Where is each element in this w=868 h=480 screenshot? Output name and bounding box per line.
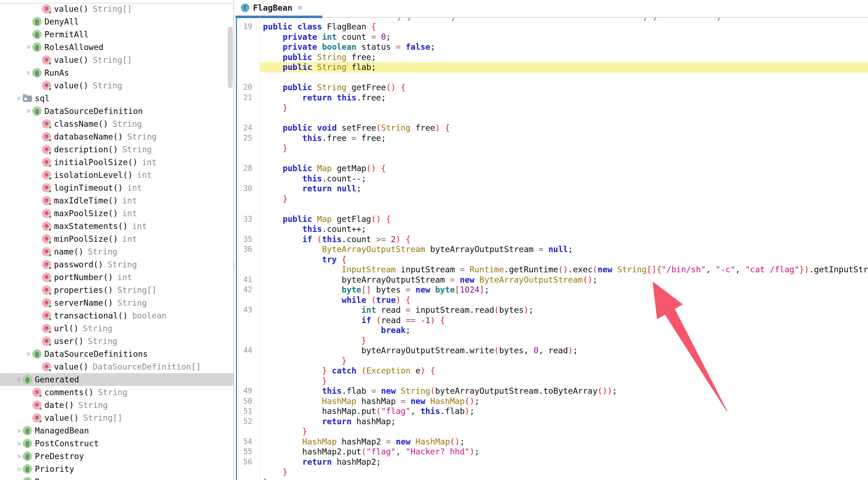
tree-item-initialpoolsize[interactable]: >initialPoolSize()int (0, 156, 233, 169)
tree-item-value[interactable]: >value()String[] (0, 411, 233, 424)
code-line[interactable]: } (260, 336, 868, 346)
tree-item-logintimeout[interactable]: >loginTimeout()int (0, 181, 233, 194)
code-line[interactable]: } (260, 103, 868, 113)
tree-item-type: String (112, 119, 142, 129)
code-line[interactable]: } (260, 194, 868, 204)
tree-item-value[interactable]: >value()String (0, 79, 233, 92)
chevron-right-icon[interactable]: > (16, 463, 23, 475)
tree-item-isolationlevel[interactable]: >isolationLevel()int (0, 169, 233, 181)
tree-item-maxstatements[interactable]: >maxStatements()int (0, 220, 233, 233)
code-line[interactable]: return null; (260, 184, 868, 194)
tree-item-url[interactable]: >url()String (0, 322, 233, 335)
tree-item-denyall[interactable]: >DenyAll (0, 15, 233, 28)
code-line[interactable]: } (260, 477, 868, 480)
code-line[interactable]: byte[] bytes = new byte[1024]; (260, 285, 868, 295)
tree-item-user[interactable]: >user()String (0, 335, 233, 348)
code-line[interactable]: } (260, 467, 868, 477)
tree-item-label: minPoolSize() (54, 234, 118, 244)
code-line[interactable]: public Map getFlag() { (260, 214, 868, 224)
tree-item-managedbean[interactable]: >ManagedBean (0, 424, 233, 437)
code-line[interactable] (260, 72, 868, 83)
code-line[interactable]: } (260, 426, 868, 437)
tree-item-permitall[interactable]: >PermitAll (0, 28, 233, 41)
tree-item-transactional[interactable]: >transactional()boolean (0, 309, 233, 322)
tree-item-priority[interactable]: >Priority (0, 463, 233, 475)
tree-item-properties[interactable]: >properties()String[] (0, 284, 233, 296)
code-line[interactable]: private boolean status = false; (260, 42, 868, 52)
code-line[interactable]: this.count--; (260, 174, 868, 184)
code-line[interactable]: if (this.count >= 2) { (260, 234, 868, 245)
code-line[interactable]: public Map getMap() { (260, 163, 868, 174)
code-line[interactable]: return hashMap; (260, 416, 868, 427)
tree-item-databasename[interactable]: >databaseName()String (0, 130, 233, 143)
code-line[interactable]: } (260, 143, 868, 153)
code-line[interactable]: public void setFree(String free) { (260, 123, 868, 133)
code-line[interactable]: while (true) { (260, 295, 868, 305)
code-line[interactable]: break; (260, 325, 868, 336)
tree-item-value[interactable]: >value()String[] (0, 54, 233, 66)
code-line[interactable]: HashMap hashMap = new HashMap(); (260, 396, 868, 407)
code-editor[interactable]: ''/ / / ' ' ' ' ''/ / ' ' / ' public cla… (260, 16, 868, 480)
code-line[interactable]: byteArrayOutputStream.write(bytes, 0, re… (260, 345, 868, 356)
tree-item-classname[interactable]: >className()String (0, 118, 233, 130)
code-line[interactable] (260, 113, 868, 123)
code-line[interactable]: private int count = 0; (260, 32, 868, 42)
tree-item-label: DataSourceDefinition (44, 107, 143, 116)
code-line[interactable]: return this.free; (260, 93, 868, 103)
code-line[interactable]: } catch (Exception e) { (260, 366, 868, 376)
code-line[interactable]: InputStream inputStream = Runtime.getRun… (260, 264, 868, 275)
tree-item-name[interactable]: >name()String (0, 245, 233, 258)
tree-item-predestroy[interactable]: >PreDestroy (0, 450, 233, 463)
code-line[interactable]: } (260, 376, 868, 386)
tree-item-maxpoolsize[interactable]: >maxPoolSize()int (0, 207, 233, 220)
tree-item-resources[interactable]: >Resources (0, 475, 233, 480)
code-line[interactable] (260, 204, 868, 214)
tree-item-datasourcedefinition[interactable]: >DataSourceDefinition (0, 105, 233, 118)
chevron-right-icon[interactable]: > (16, 450, 23, 463)
tree-item-password[interactable]: >password()String (0, 258, 233, 271)
tree-item-generated[interactable]: >Generated (0, 373, 233, 386)
tree-item-date[interactable]: >date()String (0, 399, 233, 411)
tree-item-maxidletime[interactable]: >maxIdleTime()int (0, 194, 233, 207)
method-icon (42, 311, 51, 320)
code-line[interactable]: ByteArrayOutputStream byteArrayOutputStr… (260, 244, 868, 255)
code-line[interactable]: byteArrayOutputStream = new ByteArrayOut… (260, 275, 868, 285)
code-line[interactable]: this.flab = new String(byteArrayOutputSt… (260, 386, 868, 396)
tree-item-value[interactable]: >value()String[] (0, 2, 233, 15)
tree-item-portnumber[interactable]: >portNumber()int (0, 271, 233, 284)
chevron-right-icon[interactable]: > (16, 437, 23, 450)
code-line[interactable]: hashMap2.put("flag", "Hacker? hhd"); (260, 447, 868, 457)
method-icon (42, 209, 51, 218)
tab-flagbean[interactable]: FlagBean × (236, 0, 322, 16)
close-icon[interactable]: × (297, 4, 302, 12)
tree-item-sql[interactable]: >sql (0, 92, 233, 105)
tree-item-value[interactable]: >value()DataSourceDefinition[] (0, 360, 233, 373)
tree-item-comments[interactable]: >comments()String (0, 386, 233, 399)
tree-item-type: int (132, 222, 147, 231)
tree-item-datasourcedefinitions[interactable]: >DataSourceDefinitions (0, 348, 233, 360)
code-line[interactable]: if (read == -1) { (260, 315, 868, 326)
tree-item-servername[interactable]: >serverName()String (0, 296, 233, 309)
code-line[interactable]: return hashMap2; (260, 457, 868, 467)
code-line[interactable] (260, 153, 868, 164)
code-line[interactable]: public class FlagBean { (260, 22, 868, 32)
tree-item-runas[interactable]: >RunAs (0, 66, 233, 79)
tree-scrollbar-thumb[interactable] (228, 27, 233, 88)
code-line[interactable]: } (260, 356, 868, 366)
code-line[interactable]: int read = inputStream.read(bytes); (260, 305, 868, 315)
tree-item-postconstruct[interactable]: >PostConstruct (0, 437, 233, 450)
code-line[interactable]: try { (260, 255, 868, 265)
tree-item-type: DataSourceDefinition[] (93, 362, 201, 371)
code-line[interactable]: public String getFree() { (260, 82, 868, 93)
current-code-line[interactable]: public String flab; (260, 62, 868, 72)
code-line[interactable]: this.count++; (260, 224, 868, 234)
code-line[interactable]: HashMap hashMap2 = new HashMap(); (260, 437, 868, 447)
code-line[interactable]: public String free; (260, 52, 868, 62)
code-line[interactable]: this.free = free; (260, 133, 868, 143)
tree-item-minpoolsize[interactable]: >minPoolSize()int (0, 233, 233, 245)
chevron-right-icon[interactable]: > (16, 424, 23, 437)
chevron-right-icon[interactable]: > (16, 475, 23, 480)
tree-item-description[interactable]: >description()String (0, 143, 233, 156)
code-line[interactable]: hashMap.put("flag", this.flab); (260, 406, 868, 416)
tree-item-rolesallowed[interactable]: >RolesAllowed (0, 41, 233, 54)
